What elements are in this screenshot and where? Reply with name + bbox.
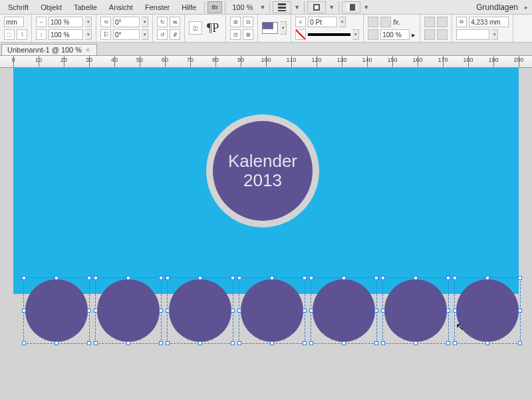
text-wrap-icon[interactable]	[437, 17, 448, 27]
text-wrap-icon[interactable]	[437, 29, 448, 40]
fx-label[interactable]: fx.	[393, 19, 400, 26]
unit-field[interactable]: mm	[4, 17, 24, 27]
selected-circles-row	[25, 279, 519, 342]
corner-options[interactable]	[456, 29, 489, 40]
shear-field[interactable]: 0°	[113, 29, 140, 40]
chevron-down-icon[interactable]: ▼	[293, 4, 301, 11]
text-wrap-icon[interactable]	[424, 17, 435, 27]
menu-tabelle[interactable]: Tabelle	[68, 1, 102, 13]
arrange-button[interactable]	[342, 1, 360, 13]
distribute-icon[interactable]: ⊟	[243, 17, 253, 27]
separator	[304, 1, 305, 13]
menu-fenster[interactable]: Fenster	[140, 1, 175, 13]
opacity-icon	[368, 29, 378, 40]
shear-icon: ⬱	[100, 29, 111, 40]
stepper-icon[interactable]: ▾	[142, 17, 148, 27]
select-container-icon[interactable]: ◫	[189, 21, 202, 35]
stroke-weight-field[interactable]: 0 Pt	[308, 17, 337, 27]
effects-icon[interactable]	[368, 17, 378, 27]
control-panel: mm ⬚ ⟟ ↔ 100 %▾ ↕ 100 %▾ ⟲ 0°▾ ⬱ 0°▾ ↻ ⇋	[0, 15, 532, 43]
stepper-icon[interactable]: ▾	[85, 29, 92, 40]
close-icon[interactable]: ×	[86, 47, 90, 54]
stepper-icon[interactable]: ▾	[352, 29, 359, 40]
selected-circle[interactable]	[384, 279, 447, 342]
flip-v-icon[interactable]: ⇵	[170, 29, 180, 40]
title-ring[interactable]: Kalender 2013	[206, 114, 319, 227]
chevron-down-icon[interactable]: ▸	[523, 4, 529, 11]
menubar: Schrift Objekt Tabelle Ansicht Fenster H…	[0, 0, 532, 15]
ruler-horizontal[interactable]: 0102030405060708090100110120130140150160…	[0, 56, 532, 68]
view-options-button[interactable]	[273, 1, 291, 13]
text-wrap-icon[interactable]	[424, 29, 435, 40]
menu-ansicht[interactable]: Ansicht	[104, 1, 138, 13]
selected-circle[interactable]	[456, 279, 519, 342]
crop-icon[interactable]: ⧉	[456, 17, 467, 27]
rotate-icon: ⟲	[100, 17, 111, 27]
chevron-down-icon[interactable]: ▾	[491, 29, 498, 40]
selected-circle[interactable]	[241, 279, 303, 342]
separator	[338, 1, 339, 13]
stepper-icon[interactable]: ▾	[85, 17, 92, 27]
align-icon[interactable]: ⊠	[243, 29, 253, 40]
opacity-field[interactable]: 100 %	[380, 29, 410, 40]
separator	[225, 1, 225, 13]
zoom-level[interactable]: 100 %	[228, 3, 257, 11]
wrap-icon[interactable]	[380, 17, 391, 27]
rotate-cw-icon[interactable]: ↻	[157, 17, 168, 27]
menu-hilfe[interactable]: Hilfe	[176, 1, 201, 13]
chevron-down-icon[interactable]: ▾	[280, 21, 287, 35]
align-icon[interactable]: ⊞	[230, 17, 241, 27]
document-tab[interactable]: Unbenannt-1 @ 100 % ×	[1, 44, 97, 55]
align-icon[interactable]: ⊡	[230, 29, 241, 40]
title-circle: Kalender 2013	[213, 121, 313, 221]
dimension-field[interactable]: 4,233 mm	[469, 17, 509, 27]
menu-schrift[interactable]: Schrift	[3, 1, 34, 13]
chevron-down-icon[interactable]: ▼	[327, 4, 336, 11]
stroke-style[interactable]	[308, 33, 350, 36]
constrain-icon[interactable]: ⟟	[17, 29, 27, 40]
selected-circle[interactable]	[313, 279, 375, 342]
selected-circle[interactable]	[25, 279, 88, 342]
chevron-down-icon[interactable]: ▼	[362, 4, 370, 11]
rotate-ccw-icon[interactable]: ↺	[157, 29, 168, 40]
menu-objekt[interactable]: Objekt	[35, 1, 67, 13]
link-icon[interactable]: ⬚	[4, 29, 15, 40]
stroke-weight-icon: ≡	[295, 17, 306, 27]
screen-mode-button[interactable]	[307, 1, 326, 13]
fill-stroke-swatch[interactable]	[262, 22, 278, 34]
canvas[interactable]: Kalender 2013 ↖	[0, 68, 532, 399]
title-line-2: 2013	[243, 171, 282, 190]
scale-x-icon: ↔	[36, 17, 47, 27]
document-tabs: Unbenannt-1 @ 100 % ×	[0, 43, 532, 56]
flip-h-icon[interactable]: ⇋	[170, 17, 180, 27]
scale-y-field[interactable]: 100 %	[49, 29, 83, 40]
paragraph-icon[interactable]: ¶P	[204, 21, 221, 35]
stepper-icon[interactable]: ▾	[142, 29, 148, 40]
selected-circle[interactable]	[169, 279, 231, 342]
bridge-icon[interactable]: Br	[207, 1, 222, 13]
chevron-right-icon[interactable]: ▸	[412, 31, 416, 39]
title-line-1: Kalender	[228, 152, 297, 171]
rotate-field[interactable]: 0°	[113, 17, 140, 27]
selected-circle[interactable]	[97, 279, 160, 342]
cursor-icon: ↖	[456, 321, 464, 333]
chevron-down-icon[interactable]: ▼	[258, 4, 267, 11]
none-icon[interactable]	[295, 29, 306, 40]
workspace-switcher[interactable]: Grundlagen	[472, 3, 522, 12]
scale-y-icon: ↕	[36, 29, 47, 40]
separator	[204, 1, 205, 13]
stepper-icon[interactable]: ▾	[339, 17, 346, 27]
separator	[269, 1, 270, 13]
tab-title: Unbenannt-1 @ 100 %	[7, 46, 82, 54]
scale-x-field[interactable]: 100 %	[49, 17, 83, 27]
